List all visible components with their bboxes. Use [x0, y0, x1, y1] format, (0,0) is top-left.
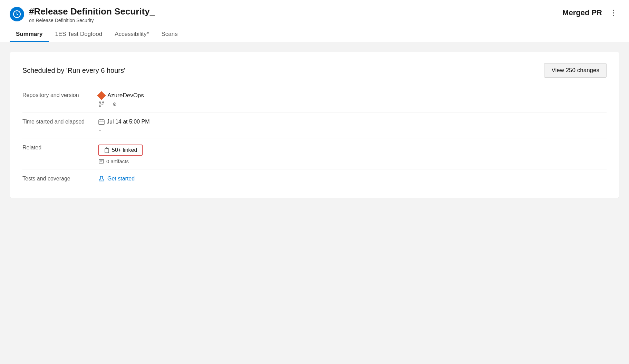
header: #Release Definition Security_ on Release… — [0, 0, 629, 42]
elapsed-dash: - — [99, 127, 607, 133]
time-value: Jul 14 at 5:00 PM - — [98, 114, 607, 137]
svg-rect-9 — [99, 120, 104, 125]
svg-point-5 — [103, 102, 104, 103]
time-row: Jul 14 at 5:00 PM — [98, 119, 607, 125]
divider-3 — [22, 169, 607, 169]
header-top: #Release Definition Security_ on Release… — [10, 6, 619, 23]
header-right: Merged PR ⋮ — [562, 8, 619, 18]
branch-fork-icon — [98, 101, 105, 107]
svg-point-4 — [99, 106, 100, 107]
svg-point-8 — [114, 104, 115, 105]
page-title: #Release Definition Security_ — [29, 6, 155, 17]
commit-icon — [112, 102, 117, 107]
azure-devops-diamond-icon — [97, 91, 106, 100]
beaker-icon — [98, 176, 105, 182]
tabs-container: Summary 1ES Test Dogfood Accessibility* … — [10, 27, 619, 42]
divider-1 — [22, 112, 607, 112]
page-subtitle: on Release Definition Security — [29, 18, 155, 23]
svg-line-2 — [17, 14, 18, 15]
tests-value: Get started — [98, 171, 607, 185]
details-grid: Repository and version AzureDevOps — [22, 87, 607, 185]
tab-summary[interactable]: Summary — [10, 27, 49, 42]
scheduled-text: Scheduled by 'Run every 6 hours' — [22, 67, 125, 75]
get-started-link[interactable]: Get started — [107, 176, 135, 182]
avatar — [10, 7, 24, 21]
scheduled-row: Scheduled by 'Run every 6 hours' View 25… — [22, 63, 607, 78]
linked-icon — [104, 147, 110, 153]
linked-label: 50+ linked — [112, 147, 137, 153]
tab-accessibility[interactable]: Accessibility* — [108, 27, 155, 42]
tests-row: Get started — [98, 176, 607, 182]
repository-value: AzureDevOps — [98, 87, 607, 111]
tab-scans[interactable]: Scans — [155, 27, 184, 42]
summary-card: Scheduled by 'Run every 6 hours' View 25… — [10, 52, 619, 198]
tab-1es-test-dogfood[interactable]: 1ES Test Dogfood — [49, 27, 108, 42]
title-block: #Release Definition Security_ on Release… — [29, 6, 155, 23]
svg-rect-14 — [99, 159, 104, 163]
clock-icon — [13, 10, 21, 18]
svg-rect-13 — [105, 149, 109, 153]
calendar-icon — [98, 119, 105, 125]
branch-row — [98, 101, 607, 107]
svg-point-3 — [99, 102, 100, 103]
artifacts-row: 0 artifacts — [98, 158, 607, 164]
page-wrapper: #Release Definition Security_ on Release… — [0, 0, 629, 364]
artifacts-label: 0 artifacts — [106, 158, 129, 164]
svg-point-18 — [100, 179, 101, 180]
branch-item-commit — [112, 102, 117, 107]
divider-2 — [22, 138, 607, 138]
related-value: 50+ linked 0 artifacts — [98, 140, 607, 168]
more-options-icon[interactable]: ⋮ — [608, 8, 619, 18]
view-changes-button[interactable]: View 250 changes — [544, 63, 607, 78]
linked-box[interactable]: 50+ linked — [98, 145, 143, 156]
svg-point-19 — [101, 180, 102, 181]
related-label: Related — [22, 140, 98, 154]
time-label: Time started and elapsed — [22, 114, 98, 128]
main-content: Scheduled by 'Run every 6 hours' View 25… — [0, 42, 629, 208]
header-left: #Release Definition Security_ on Release… — [10, 6, 155, 23]
tests-label: Tests and coverage — [22, 171, 98, 185]
repo-name: AzureDevOps — [107, 92, 144, 99]
repository-label: Repository and version — [22, 87, 98, 102]
branch-item-fork — [98, 101, 105, 107]
artifacts-icon — [98, 158, 104, 164]
merged-pr-label: Merged PR — [562, 8, 602, 17]
repo-name-row: AzureDevOps — [98, 92, 607, 99]
time-text: Jul 14 at 5:00 PM — [107, 119, 150, 125]
